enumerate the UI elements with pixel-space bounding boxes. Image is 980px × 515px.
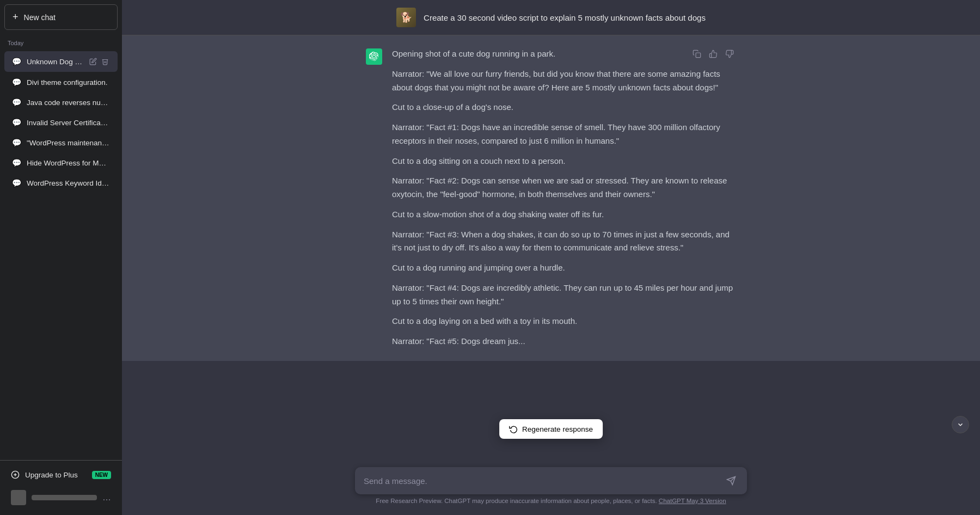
top-bar: 🐕 Create a 30 second video script to exp… (122, 0, 980, 35)
chat-icon: 💬 (12, 179, 21, 187)
main-content: 🐕 Create a 30 second video script to exp… (122, 0, 980, 515)
plus-icon: + (13, 11, 19, 23)
chat-icon: 💬 (12, 118, 21, 127)
message-content: Opening shot of a cute dog running in a … (392, 47, 736, 348)
sidebar: + New chat Today 💬 Unknown Dog Facts. (0, 0, 122, 515)
message-inner: Opening shot of a cute dog running in a … (355, 47, 747, 348)
user-avatar (11, 490, 26, 505)
gpt-logo-icon (369, 52, 379, 62)
chat-item-actions (88, 57, 110, 66)
message-paragraph-0: Narrator: "We all love our furry friends… (392, 68, 736, 95)
footer-note: Free Research Preview. ChatGPT may produ… (355, 498, 747, 504)
chat-item-hide-wordpress[interactable]: 💬 Hide WordPress for Maintenan (4, 153, 118, 173)
message-paragraph-7: Cut to a dog running and jumping over a … (392, 261, 736, 275)
assistant-message-block: Opening shot of a cute dog running in a … (122, 35, 980, 361)
new-chat-button[interactable]: + New chat (4, 4, 118, 30)
message-paragraph-8: Narrator: "Fact #4: Dogs are incredibly … (392, 281, 736, 309)
chat-icon: 💬 (12, 138, 21, 147)
message-paragraph-6: Narrator: "Fact #3: When a dog shakes, i… (392, 228, 736, 255)
upgrade-button[interactable]: Upgrade to Plus NEW (4, 465, 118, 485)
regenerate-label: Regenerate response (522, 425, 593, 433)
scroll-down-button[interactable] (952, 416, 969, 433)
chat-label: Java code reverses numbers. (27, 99, 110, 107)
chat-item-invalid-cert[interactable]: 💬 Invalid Server Certificate Error (4, 113, 118, 132)
chat-list: 💬 Unknown Dog Facts. (0, 48, 122, 460)
chat-label: Divi theme configuration. (27, 78, 110, 87)
today-section-label: Today (0, 34, 122, 48)
message-paragraph-2: Narrator: "Fact #1: Dogs have an incredi… (392, 121, 736, 148)
upgrade-icon (11, 470, 20, 479)
gpt-avatar (366, 48, 382, 65)
svg-rect-3 (696, 53, 701, 58)
chat-label: WordPress Keyword Ideas. (27, 179, 110, 187)
chat-item-unknown-dog-facts[interactable]: 💬 Unknown Dog Facts. (4, 51, 118, 72)
message-actions (690, 47, 736, 60)
message-paragraph-10: Narrator: "Fact #5: Dogs dream jus... (392, 335, 736, 348)
thumbs-up-button[interactable] (707, 47, 720, 60)
send-icon (726, 476, 736, 486)
message-input[interactable] (364, 476, 724, 486)
message-paragraph-3: Cut to a dog sitting on a couch next to … (392, 155, 736, 168)
user-name-label (32, 495, 97, 500)
chat-icon: 💬 (12, 158, 21, 167)
delete-chat-button[interactable] (100, 57, 110, 66)
chat-item-divi[interactable]: 💬 Divi theme configuration. (4, 72, 118, 92)
message-paragraph-opening: Opening shot of a cute dog running in a … (392, 47, 736, 61)
message-paragraph-5: Cut to a slow-motion shot of a dog shaki… (392, 208, 736, 222)
user-row[interactable]: … (4, 485, 118, 511)
chat-icon: 💬 (12, 78, 21, 87)
chat-area[interactable]: Opening shot of a cute dog running in a … (122, 35, 980, 515)
prompt-title: Create a 30 second video script to expla… (424, 13, 706, 22)
message-paragraph-9: Cut to a dog laying on a bed with a toy … (392, 315, 736, 328)
chat-item-wordpress-maintenance[interactable]: 💬 "WordPress maintenance plug (4, 133, 118, 152)
message-paragraph-1: Cut to a close-up of a dog's nose. (392, 101, 736, 114)
input-container (355, 467, 747, 494)
edit-chat-button[interactable] (88, 57, 98, 66)
chat-label: Hide WordPress for Maintenan (27, 159, 110, 167)
dog-thumbnail: 🐕 (396, 8, 416, 27)
scroll-down-icon (957, 421, 964, 428)
new-badge: NEW (92, 471, 111, 479)
chat-icon: 💬 (12, 98, 21, 107)
regenerate-icon (509, 425, 518, 433)
regenerate-popup[interactable]: Regenerate response (499, 419, 603, 439)
chat-icon: 💬 (12, 57, 21, 66)
chat-label: Invalid Server Certificate Error (27, 119, 110, 127)
footer-text: Free Research Preview. ChatGPT may produ… (376, 498, 657, 504)
chat-label: "WordPress maintenance plug (27, 139, 110, 147)
chat-item-keyword-ideas[interactable]: 💬 WordPress Keyword Ideas. (4, 173, 118, 193)
thumbs-down-button[interactable] (723, 47, 736, 60)
chat-label: Unknown Dog Facts. (27, 58, 83, 66)
footer-link[interactable]: ChatGPT May 3 Version (659, 498, 726, 504)
copy-message-button[interactable] (690, 47, 703, 60)
upgrade-label: Upgrade to Plus (25, 471, 78, 479)
input-area: Free Research Preview. ChatGPT may produ… (122, 459, 980, 515)
new-chat-label: New chat (24, 13, 56, 22)
message-paragraph-4: Narrator: "Fact #2: Dogs can sense when … (392, 174, 736, 201)
chat-item-java[interactable]: 💬 Java code reverses numbers. (4, 93, 118, 112)
more-options-icon: … (102, 493, 111, 502)
send-button[interactable] (724, 474, 738, 488)
sidebar-footer: Upgrade to Plus NEW … (0, 460, 122, 515)
